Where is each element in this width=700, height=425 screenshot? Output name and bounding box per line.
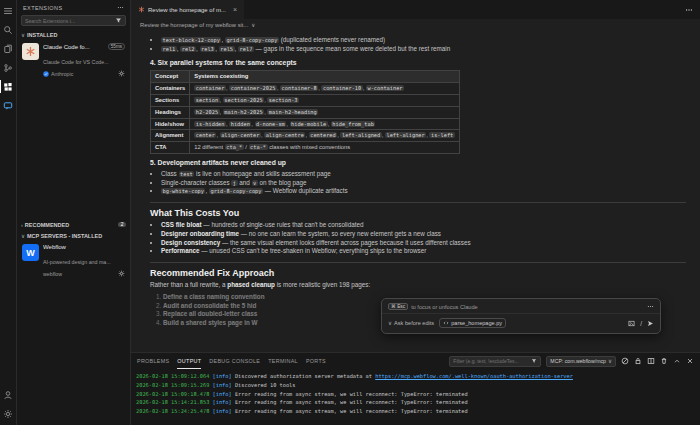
account-icon[interactable] [3,389,14,400]
text: — unused CSS can't be tree-shaken in Web… [200,247,427,254]
search-icon[interactable] [3,24,14,35]
activation-time-badge: 55ms [108,43,125,50]
edit-mode-dropdown[interactable]: ∨ Ask before edits [388,320,434,326]
inline-code: h2-2025 [194,109,219,115]
inline-code: rel2 [180,46,196,52]
panel-tab-ports[interactable]: PORTS [306,353,326,369]
keybinding-chip: ⌘ Esc [388,303,408,310]
output-filter-input[interactable] [453,358,529,364]
webflow-icon: W [22,244,39,261]
chevron-down-icon: ∨ [388,320,392,326]
chevron-right-icon: › [21,222,23,228]
inline-code: hide-mobile [290,121,328,127]
inline-code: is-left [429,132,454,138]
doc-list-item: Designer onboarding time — no one can le… [161,230,686,239]
vscode-window: EXTENSIONS ∨ INSTALLED Claude Code fo...… [0,0,700,425]
chat-icon[interactable] [3,100,14,111]
extensions-icon[interactable] [3,81,14,92]
inline-code: w-container [366,85,404,91]
sidebar-lower-panes: › RECOMMENDED 2 ∨ MCP SERVERS - INSTALLE… [17,219,130,281]
filter-icon[interactable] [531,358,537,364]
close-panel-icon[interactable] [686,357,694,365]
log-link[interactable]: https://mcp.webflow.com/.well-known/oaut… [375,373,573,379]
panel-tab-terminal[interactable]: TERMINAL [268,353,298,369]
recommended-count-badge: 2 [118,222,126,227]
text: — Webflow duplicate artifacts [263,187,348,194]
inline-code: test [179,171,195,177]
inline-code: left-aligner [385,132,426,138]
table-row: Hide/showis-hidden, hidden, d-none-sm, h… [151,118,460,130]
mcp-server-meta: Webflow AI-powered design and ma... webf… [43,244,125,277]
doc-table: ConceptSystems coexistingContainersconta… [150,70,460,154]
activity-bar-bottom [3,389,14,425]
bold-text: phased cleanup [227,281,275,288]
attach-image-icon[interactable] [628,320,635,327]
panel-tabs: PROBLEMSOUTPUTDEBUG CONSOLETERMINALPORTS [137,353,326,369]
bottom-panel: PROBLEMSOUTPUTDEBUG CONSOLETERMINALPORTS… [131,352,700,425]
doc-list-item: Design consistency — the same visual ele… [161,239,686,248]
mcp-server-gear-icon[interactable] [118,270,125,277]
panel-tab-problems[interactable]: PROBLEMS [137,353,169,369]
section-recommended[interactable]: › RECOMMENDED 2 [17,219,130,230]
lock-scroll-icon[interactable] [634,357,642,365]
inline-code: grid-8-copy-copy [225,37,279,43]
doc-list-item: Class test is live on homepage and skill… [161,170,686,179]
inline-code: section-3 [267,97,299,103]
tab-close-icon[interactable]: × [233,6,237,13]
files-icon[interactable] [3,43,14,54]
source-control-icon[interactable] [3,62,14,73]
editor-area: Review the homepage of m... × Review the… [131,0,700,352]
section-installed[interactable]: ∨ INSTALLED [17,29,130,40]
more-actions-icon[interactable] [117,4,124,11]
table-row: Sectionssection, section-2025, section-3 [151,94,460,106]
maximize-panel-icon[interactable] [673,357,681,365]
settings-gear-icon[interactable] [3,408,14,419]
split-panel-icon[interactable] [647,357,655,365]
extension-item-claude-code[interactable]: Claude Code fo... 55ms Claude Code for V… [17,40,130,81]
trash-icon[interactable] [660,357,668,365]
verified-publisher-icon [43,71,49,77]
text: is live on homepage and skills assessmen… [194,170,331,177]
extension-meta: Claude Code fo... 55ms Claude Code for V… [43,43,125,77]
claude-code-icon [22,43,39,60]
doc-h4: 5. Development artifacts never cleaned u… [150,159,686,168]
more-actions-icon[interactable] [647,303,654,310]
chat-title-row[interactable]: Review the homepage of my webflow sit...… [131,19,700,31]
bold-text: Audit and consolidate the 5 hid [163,302,256,309]
document: text-block-12-copy, grid-8-copy-copy (du… [150,36,686,328]
more-actions-icon[interactable] [685,6,693,14]
panel-tab-debug-console[interactable]: DEBUG CONSOLE [209,353,260,369]
text: / [244,144,249,150]
tab-review-homepage[interactable]: Review the homepage of m... × [131,0,244,19]
mcp-server-item-webflow[interactable]: W Webflow AI-powered design and ma... we… [17,241,130,281]
text: Single-character classes [161,179,231,186]
bold-text: Performance [161,247,200,254]
inline-code: d-none-sm [255,121,287,127]
inline-code: hidden [229,121,251,127]
table-header-cell: Systems coexisting [190,71,460,83]
claude-file-icon [138,6,145,13]
context-file-chip[interactable]: parse_homepage.py [439,318,506,328]
menu-icon[interactable] [3,5,14,16]
section-mcp-servers[interactable]: ∨ MCP SERVERS - INSTALLED [17,230,130,241]
doc-hr [150,262,686,263]
text: Class [161,170,179,177]
doc-list-item: Single-character classes j and v on the … [161,179,686,188]
slash-command-icon[interactable]: / [640,320,642,327]
extension-gear-icon[interactable] [118,70,125,77]
table-row: CTA12 different cta_* / cta-* classes wi… [151,142,460,154]
text: — no one can learn the system, so every … [239,230,441,237]
filter-icon[interactable] [115,17,122,24]
send-icon[interactable] [647,320,654,327]
panel-tab-output[interactable]: OUTPUT [177,353,201,369]
mcp-server-description: AI-powered design and ma... [43,259,111,265]
text: classes with mixed conventions [268,144,350,150]
claude-hint-text: to focus or unfocus Claude [411,304,478,310]
clear-output-icon[interactable] [621,357,629,365]
doc-list-item: bg-white-copy, grid-8-copy-copy — Webflo… [161,187,686,196]
extensions-search-input[interactable] [25,18,113,24]
table-header-cell: Concept [151,71,190,83]
inline-code: center [194,132,216,138]
output-channel-dropdown[interactable]: MCP: com.webflow/mcp ∨ [546,356,616,367]
section-recommended-label: RECOMMENDED [25,222,69,228]
